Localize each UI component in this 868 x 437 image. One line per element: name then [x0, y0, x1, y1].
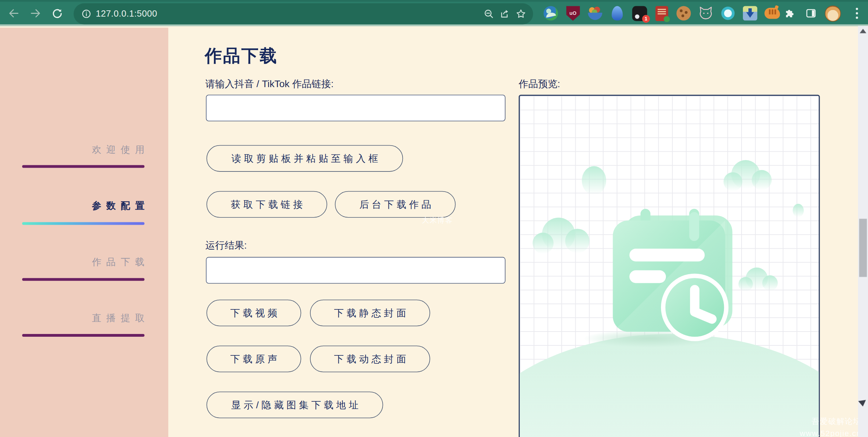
mouse-cursor [858, 400, 867, 407]
main-panel: 作品下载 请输入抖音 / TikTok 作品链接: 读取剪贴板并粘贴至输入框 获… [168, 28, 868, 437]
toggle-gallery-urls-button[interactable]: 显示/隐藏图集下载地址 [207, 392, 383, 418]
profile-avatar[interactable] [823, 3, 842, 24]
sidebar-item-download[interactable]: 作品下载 [6, 256, 150, 269]
sidebar-divider [22, 334, 144, 337]
sidebar-divider [22, 278, 144, 281]
preview-label: 作品预览: [519, 77, 560, 90]
download-static-cover-button[interactable]: 下载静态封面 [310, 300, 430, 326]
cloud-mid-left [532, 218, 589, 254]
back-icon [8, 7, 20, 19]
forward-button[interactable] [26, 3, 45, 24]
side-panel-button[interactable] [802, 3, 820, 24]
cloud-mid-right [738, 268, 778, 291]
result-input[interactable] [206, 257, 506, 283]
site-info-icon[interactable] [81, 9, 91, 19]
url-text[interactable]: 127.0.0.1:5000 [96, 9, 157, 19]
share-icon[interactable] [499, 8, 510, 19]
extensions-row: uO 1 [540, 3, 783, 24]
url-bar[interactable]: 127.0.0.1:5000 [74, 3, 533, 25]
link-input[interactable] [206, 95, 506, 121]
zoom-out-icon[interactable] [483, 8, 494, 19]
page-title: 作品下载 [205, 44, 278, 67]
sidebar-item-welcome[interactable]: 欢迎使用 [6, 143, 150, 156]
result-label: 运行结果: [205, 239, 247, 252]
sidebar-nav: 欢迎使用 参数配置 作品下载 直播提取 [0, 28, 168, 437]
scrollbar-up-arrow[interactable] [860, 29, 866, 33]
forward-icon [29, 7, 41, 19]
extension-cookie-icon[interactable] [675, 5, 692, 21]
forum-watermark-line2: www.52pojie.cn [800, 427, 861, 437]
hill [520, 334, 820, 437]
extension-cat-icon[interactable] [698, 5, 714, 21]
page-scrollbar[interactable] [858, 26, 868, 437]
extension-downloader-icon[interactable] [742, 5, 758, 21]
download-audio-button[interactable]: 下载原声 [207, 346, 301, 372]
extension-tiger-icon[interactable] [764, 5, 781, 21]
download-dynamic-cover-button[interactable]: 下载动态封面 [310, 346, 430, 372]
extension-notes-icon[interactable]: 1 [631, 5, 648, 21]
browser-toolbar: 127.0.0.1:5000 uO 1 [0, 0, 868, 26]
sidebar-divider [22, 165, 144, 168]
browser-window: 127.0.0.1:5000 uO 1 [0, 0, 868, 437]
empty-preview-illustration [520, 96, 820, 437]
puzzle-icon [784, 8, 795, 19]
browser-menu-button[interactable] [848, 3, 866, 24]
back-button[interactable] [4, 3, 23, 24]
get-download-link-button[interactable]: 获取下载链接 [207, 191, 327, 218]
background-download-button[interactable]: 后台下载作品 [335, 191, 455, 218]
sidebar-divider-active [22, 222, 144, 225]
forum-watermark-line1: 吾爱破解论坛 [800, 416, 861, 428]
blog-watermark: 大米博客 [422, 215, 453, 225]
cloud-dot-right [793, 204, 804, 217]
extension-ublock-icon[interactable]: uO [565, 5, 581, 21]
side-panel-icon [805, 8, 817, 19]
extensions-puzzle-button[interactable] [780, 3, 799, 24]
download-video-button[interactable]: 下载视频 [207, 300, 301, 326]
read-clipboard-button[interactable]: 读取剪贴板并粘贴至输入框 [207, 145, 403, 172]
kebab-menu-icon [856, 8, 858, 19]
preview-box [519, 95, 820, 437]
page-content: 欢迎使用 参数配置 作品下载 直播提取 作品下载 请输入抖音 / TikTok … [0, 28, 868, 437]
cat-glyph [698, 6, 714, 21]
forum-watermark: 吾爱破解论坛 www.52pojie.cn [800, 416, 861, 437]
sidebar-item-config[interactable]: 参数配置 [6, 199, 150, 212]
extension-idm-icon[interactable] [542, 5, 559, 21]
extension-badge: 1 [642, 15, 650, 22]
avatar [824, 5, 840, 21]
cloud-small-left [582, 166, 606, 195]
sidebar-item-live[interactable]: 直播提取 [6, 312, 150, 325]
bookmark-star-icon[interactable] [515, 8, 526, 19]
extension-fruit-icon[interactable] [587, 5, 603, 21]
clock-illustration [661, 273, 728, 341]
extension-redbook-icon[interactable] [653, 5, 670, 21]
scrollbar-thumb[interactable] [859, 219, 867, 277]
reload-button[interactable] [48, 3, 66, 24]
link-input-label: 请输入抖音 / TikTok 作品链接: [205, 77, 333, 90]
reload-icon [51, 8, 63, 19]
cloud-top-right [724, 160, 772, 191]
extension-drop-icon[interactable] [609, 5, 625, 21]
extension-ring-icon[interactable] [720, 5, 736, 21]
